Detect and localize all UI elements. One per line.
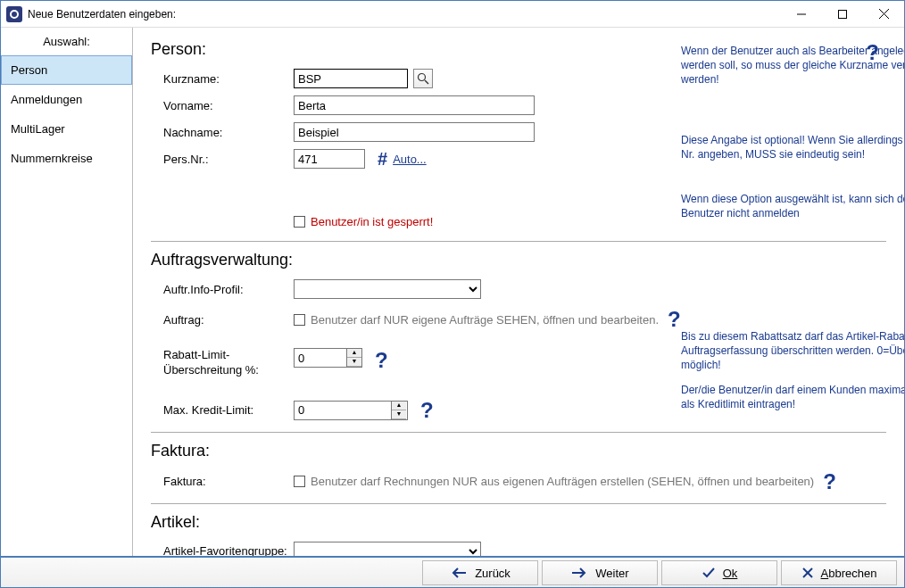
svg-rect-1 <box>839 10 847 18</box>
back-label: Zurück <box>475 567 511 580</box>
section-auftrag-title: Auftragsverwaltung: <box>151 251 886 269</box>
next-button[interactable]: Weiter <box>542 560 658 585</box>
kredit-input[interactable] <box>295 402 391 419</box>
rabatt-spinner[interactable]: ▲▼ <box>294 348 362 368</box>
x-icon <box>801 567 814 579</box>
locked-label: Benutzer/in ist gesperrt! <box>311 215 433 228</box>
nachname-input[interactable] <box>294 122 535 142</box>
check-icon <box>702 567 716 579</box>
auto-link[interactable]: Auto... <box>393 153 427 166</box>
kredit-spinner[interactable]: ▲▼ <box>294 401 408 420</box>
help-icon[interactable]: ? <box>420 398 434 423</box>
footer: Zurück Weiter Ok Abbrechen <box>1 556 904 588</box>
auftrag-check-label: Benutzer darf NUR eigene Aufträge SEHEN,… <box>311 313 659 327</box>
hash-icon: # <box>378 149 387 170</box>
sidebar-item-label: Person <box>11 63 47 77</box>
help-icon[interactable]: ? <box>823 469 836 494</box>
kredit-help: Der/die Benutzer/in darf einem Kunden ma… <box>681 383 904 411</box>
rabatt-help: Bis zu diesem Rabattsatz darf das Artike… <box>681 329 904 373</box>
cancel-label: bbrechen <box>828 567 876 580</box>
spin-down[interactable]: ▼ <box>392 410 406 419</box>
arrow-left-icon <box>450 567 468 579</box>
sidebar: Auswahl: Person Anmeldungen MultiLager N… <box>1 28 133 556</box>
arrow-right-icon <box>570 567 588 579</box>
artikel-fav-select[interactable] <box>294 542 481 556</box>
vorname-label: Vorname: <box>151 99 294 112</box>
close-button[interactable] <box>863 1 904 27</box>
locked-checkbox[interactable] <box>294 216 305 228</box>
help-persnr: Diese Angabe ist optional! Wenn Sie alle… <box>681 133 904 161</box>
profil-select[interactable] <box>294 279 481 299</box>
app-icon <box>6 6 22 22</box>
content-pane: Person: ? Wenn der Benutzer auch als Bea… <box>133 28 904 556</box>
help-icon[interactable]: ? <box>375 348 388 373</box>
vorname-input[interactable] <box>294 95 535 115</box>
sidebar-item-label: MultiLager <box>11 122 65 136</box>
spin-up[interactable]: ▲ <box>347 349 361 358</box>
ok-button[interactable]: Ok <box>661 560 777 585</box>
help-icon[interactable]: ? <box>668 307 681 332</box>
svg-line-5 <box>425 80 428 84</box>
window-title: Neue Benutzerdaten eingeben: <box>28 8 781 21</box>
sidebar-item-label: Nummernkreise <box>11 152 93 165</box>
help-kurzname: Wenn der Benutzer auch als Bearbeiter an… <box>681 44 904 87</box>
sidebar-header: Auswahl: <box>1 28 132 55</box>
help-locked: Wenn diese Option ausgewählt ist, kann s… <box>681 192 904 220</box>
sidebar-item-label: Anmeldungen <box>11 93 82 106</box>
section-faktura-title: Faktura: <box>151 442 886 460</box>
artikel-fav-label: Artikel-Favoritengruppe: <box>151 544 294 556</box>
nachname-label: Nachname: <box>151 126 294 139</box>
sidebar-item-anmeldungen[interactable]: Anmeldungen <box>1 85 132 114</box>
kurzname-label: Kurzname: <box>151 72 294 86</box>
svg-point-4 <box>419 74 426 81</box>
maximize-button[interactable] <box>822 1 863 27</box>
titlebar: Neue Benutzerdaten eingeben: <box>1 1 904 28</box>
sidebar-item-nummernkreise[interactable]: Nummernkreise <box>1 144 132 173</box>
search-icon <box>417 72 429 85</box>
faktura-checkbox[interactable] <box>294 476 305 487</box>
cancel-button[interactable]: Abbrechen <box>781 560 897 585</box>
faktura-check-label: Benutzer darf Rechnungen NUR aus eigenen… <box>311 475 814 488</box>
minimize-button[interactable] <box>781 1 822 27</box>
auftrag-label: Auftrag: <box>151 313 294 327</box>
profil-label: Auftr.Info-Profil: <box>151 283 294 296</box>
back-button[interactable]: Zurück <box>422 560 538 585</box>
spin-down[interactable]: ▼ <box>347 358 361 367</box>
kurzname-input[interactable] <box>294 69 408 88</box>
persnr-label: Pers.Nr.: <box>151 153 294 166</box>
rabatt-input[interactable] <box>295 349 346 367</box>
faktura-label: Faktura: <box>151 475 294 488</box>
search-button[interactable] <box>413 69 433 88</box>
sidebar-item-person[interactable]: Person <box>1 55 132 85</box>
spin-up[interactable]: ▲ <box>392 402 406 410</box>
rabatt-label: Rabatt-Limit-Überschreitung %: <box>151 348 294 378</box>
section-artikel-title: Artikel: <box>151 513 886 532</box>
kredit-label: Max. Kredit-Limit: <box>151 403 294 417</box>
next-label: Weiter <box>595 567 628 580</box>
ok-label: Ok <box>723 567 738 580</box>
sidebar-item-multilager[interactable]: MultiLager <box>1 114 132 144</box>
persnr-input[interactable] <box>294 149 365 169</box>
auftrag-checkbox[interactable] <box>294 314 305 326</box>
